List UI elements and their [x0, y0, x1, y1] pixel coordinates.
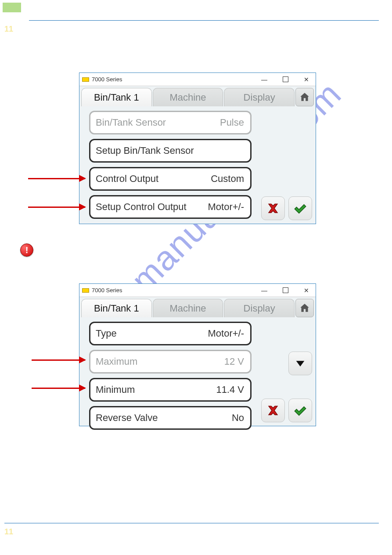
tab-machine[interactable]: Machine	[153, 88, 223, 106]
app-icon	[82, 77, 89, 82]
window-title: 7000 Series	[92, 76, 122, 83]
confirm-button[interactable]	[288, 399, 312, 422]
close-button[interactable]: ✕	[297, 73, 316, 86]
row-value: Motor+/-	[208, 328, 244, 339]
row-value: 12 V	[224, 356, 244, 367]
tab-display[interactable]: Display	[224, 299, 295, 317]
row-minimum[interactable]: Minimum 11.4 V	[89, 378, 252, 402]
callout-arrow	[32, 388, 85, 389]
row-label: Maximum	[96, 356, 137, 367]
tab-machine[interactable]: Machine	[153, 299, 223, 317]
scroll-down-button[interactable]	[288, 352, 312, 375]
home-icon	[299, 302, 310, 314]
maximize-button[interactable]	[276, 73, 295, 86]
row-setup-bin-tank-sensor[interactable]: Setup Bin/Tank Sensor	[89, 139, 252, 163]
x-icon	[266, 403, 281, 418]
page-number-top: 11	[4, 25, 13, 34]
rule-top	[29, 20, 379, 21]
callout-arrow	[28, 178, 85, 179]
minimize-button[interactable]: —	[255, 284, 273, 297]
row-label: Setup Bin/Tank Sensor	[96, 145, 194, 156]
app-window-1: 7000 Series — ✕ Bin/Tank 1 Machine Displ…	[79, 73, 316, 224]
row-value: Motor+/-	[208, 201, 244, 213]
down-triangle-icon	[294, 357, 306, 370]
home-icon	[299, 91, 310, 103]
maximize-button[interactable]	[276, 284, 295, 297]
check-icon	[293, 201, 308, 216]
confirm-button[interactable]	[288, 196, 312, 220]
row-value: No	[232, 412, 244, 424]
minimize-button[interactable]: —	[255, 73, 273, 86]
titlebar: 7000 Series — ✕	[79, 73, 316, 86]
row-value: Pulse	[220, 117, 244, 128]
tab-bin-tank-1[interactable]: Bin/Tank 1	[81, 299, 152, 317]
row-control-output[interactable]: Control Output Custom	[89, 167, 252, 191]
home-button[interactable]	[295, 88, 314, 106]
app-window-2: 7000 Series — ✕ Bin/Tank 1 Machine Displ…	[79, 283, 316, 426]
rule-bottom	[4, 523, 379, 523]
row-label: Type	[96, 328, 117, 339]
tab-bin-tank-1[interactable]: Bin/Tank 1	[81, 88, 152, 106]
cancel-button[interactable]	[261, 399, 285, 422]
callout-arrow	[28, 207, 85, 208]
row-value: 11.4 V	[216, 384, 244, 395]
x-icon	[266, 201, 281, 216]
page-corner-tag	[3, 3, 21, 12]
row-bin-tank-sensor[interactable]: Bin/Tank Sensor Pulse	[89, 111, 252, 134]
window-title: 7000 Series	[92, 287, 122, 294]
tab-bar: Bin/Tank 1 Machine Display	[79, 86, 316, 106]
callout-arrow	[32, 359, 85, 361]
tab-bar: Bin/Tank 1 Machine Display	[79, 297, 316, 317]
app-icon	[82, 288, 89, 293]
alert-icon: !	[20, 243, 33, 257]
row-label: Reverse Valve	[96, 412, 158, 424]
row-maximum[interactable]: Maximum 12 V	[89, 350, 252, 374]
row-label: Minimum	[96, 384, 135, 395]
cancel-button[interactable]	[261, 196, 285, 220]
row-setup-control-output[interactable]: Setup Control Output Motor+/-	[89, 195, 252, 219]
row-label: Bin/Tank Sensor	[96, 117, 166, 128]
row-reverse-valve[interactable]: Reverse Valve No	[89, 406, 252, 430]
row-type[interactable]: Type Motor+/-	[89, 322, 252, 345]
home-button[interactable]	[295, 299, 314, 317]
row-label: Control Output	[96, 173, 158, 185]
close-button[interactable]: ✕	[297, 284, 316, 297]
row-value: Custom	[211, 173, 244, 185]
page-number-bottom: 11	[4, 527, 13, 537]
check-icon	[293, 403, 308, 418]
row-label: Setup Control Output	[96, 201, 187, 213]
titlebar: 7000 Series — ✕	[79, 284, 316, 297]
tab-display[interactable]: Display	[224, 88, 295, 106]
